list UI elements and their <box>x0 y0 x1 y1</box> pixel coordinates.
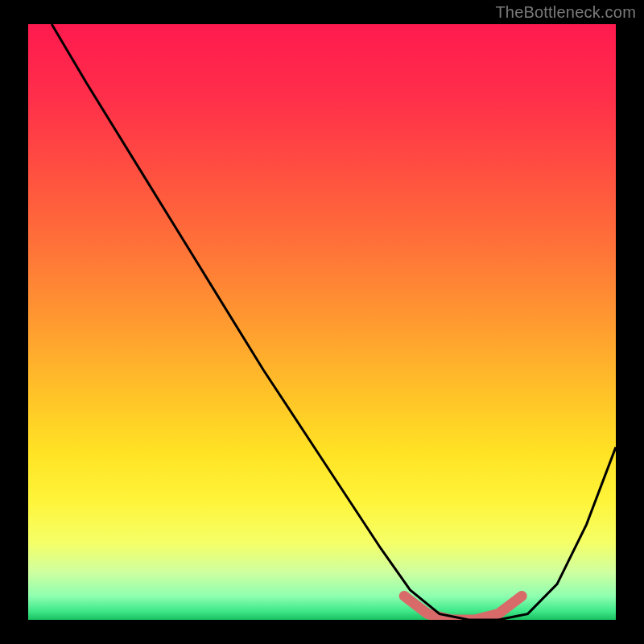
heat-background <box>28 24 616 620</box>
bottleneck-chart <box>28 24 616 620</box>
attribution-text: TheBottleneck.com <box>495 3 636 22</box>
chart-frame: TheBottleneck.com <box>0 0 644 644</box>
